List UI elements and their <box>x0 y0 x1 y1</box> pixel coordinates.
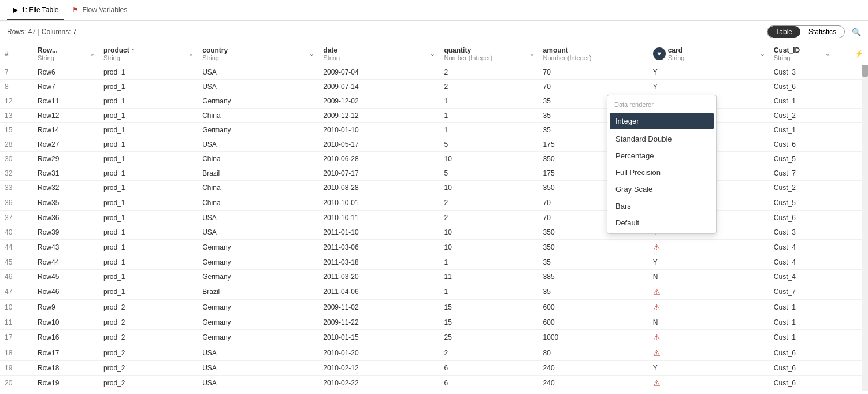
cell-quantity: 15 <box>439 315 538 330</box>
cell-date: 2011-03-18 <box>318 255 439 270</box>
cell-date: 2010-02-12 <box>318 361 439 376</box>
table-body: 7 Row6 prod_1 USA 2009-07-04 2 70 Y Cust… <box>0 65 868 391</box>
cell-card: Y <box>648 255 769 270</box>
cell-card: N <box>648 270 769 284</box>
dropdown-item-gray-scale[interactable]: Gray Scale <box>607 181 716 198</box>
cell-country: USA <box>198 80 318 94</box>
vertical-scrollbar[interactable] <box>862 43 868 391</box>
sort-card-icon[interactable]: ⌄ <box>760 51 765 57</box>
sort-rowid-icon[interactable]: ⌄ <box>90 51 94 57</box>
cell-amount: 35 <box>539 284 648 300</box>
cell-rownum: 18 <box>0 345 33 361</box>
cell-rownum: 44 <box>0 240 33 255</box>
dropdown-item-default[interactable]: Default <box>607 214 716 231</box>
cell-rowid: Row19 <box>33 376 99 391</box>
missing-value-icon: ⚠ <box>653 303 661 312</box>
cell-rowid: Row10 <box>33 315 99 330</box>
tab-file-table[interactable]: ▶ 1: File Table <box>7 0 64 20</box>
cell-custid: Cust_6 <box>769 345 868 361</box>
cell-rownum: 11 <box>0 315 33 330</box>
cell-date: 2010-05-17 <box>318 137 439 152</box>
cell-custid: Cust_5 <box>769 195 868 211</box>
cell-date: 2010-02-22 <box>318 376 439 391</box>
cell-quantity: 1 <box>439 255 538 270</box>
sort-country-icon[interactable]: ⌄ <box>309 51 314 57</box>
cell-custid: Cust_1 <box>769 300 868 315</box>
cell-card: ⚠ <box>648 345 769 361</box>
table-row: 28 Row27 prod_1 USA 2010-05-17 5 175 Y C… <box>0 137 868 152</box>
table-row: 30 Row29 prod_1 China 2010-06-28 10 350 … <box>0 152 868 166</box>
table-row: 44 Row43 prod_1 Germany 2011-03-06 10 35… <box>0 240 868 255</box>
cell-custid: Cust_4 <box>769 255 868 270</box>
dropdown-item-bars[interactable]: Bars <box>607 198 716 214</box>
cell-rownum: 15 <box>0 123 33 137</box>
cell-rowid: Row31 <box>33 166 99 181</box>
cell-rownum: 32 <box>0 166 33 181</box>
cell-country: USA <box>198 225 318 240</box>
missing-value-icon: ⚠ <box>653 287 661 296</box>
cell-amount: 70 <box>539 80 648 94</box>
cell-rownum: 12 <box>0 94 33 109</box>
table-row: 33 Row32 prod_1 China 2010-08-28 10 350 … <box>0 181 868 195</box>
table-row: 36 Row35 prod_1 China 2010-10-01 2 70 ⚠ … <box>0 195 868 211</box>
cell-card: Y <box>648 80 769 94</box>
tab-flow-variables[interactable]: ⚑ Flow Variables <box>66 0 133 20</box>
col-header-rownum: # <box>0 43 33 65</box>
missing-value-icon: ⚠ <box>653 378 661 388</box>
sort-quantity-icon[interactable]: ⌄ <box>529 51 534 57</box>
cell-amount: 600 <box>539 315 648 330</box>
view-statistics-button[interactable]: Statistics <box>800 26 844 38</box>
cell-quantity: 1 <box>439 123 538 137</box>
cell-date: 2009-12-02 <box>318 94 439 109</box>
cell-rowid: Row14 <box>33 123 99 137</box>
missing-value-icon: ⚠ <box>653 243 661 252</box>
cell-custid: Cust_6 <box>769 211 868 225</box>
cell-date: 2010-07-17 <box>318 166 439 181</box>
cell-custid: Cust_6 <box>769 137 868 152</box>
cell-rowid: Row39 <box>33 225 99 240</box>
cell-rownum: 47 <box>0 284 33 300</box>
cell-rownum: 36 <box>0 195 33 211</box>
cell-custid: Cust_3 <box>769 225 868 240</box>
cell-card: ⚠ <box>648 330 769 345</box>
dropdown-item-percentage[interactable]: Percentage <box>607 147 716 164</box>
cell-rownum: 13 <box>0 109 33 123</box>
sort-custid-icon[interactable]: ⌄ <box>825 51 830 57</box>
table-row: 46 Row45 prod_1 Germany 2011-03-20 11 38… <box>0 270 868 284</box>
search-button[interactable]: 🔍 <box>852 28 861 36</box>
cell-product: prod_1 <box>99 284 198 300</box>
card-renderer-button[interactable]: ▼ <box>653 47 666 60</box>
view-table-button[interactable]: Table <box>767 26 800 38</box>
cell-rownum: 8 <box>0 80 33 94</box>
cell-rownum: 37 <box>0 211 33 225</box>
cell-country: China <box>198 109 318 123</box>
cell-custid: Cust_6 <box>769 376 868 391</box>
cell-product: prod_2 <box>99 361 198 376</box>
cell-product: prod_2 <box>99 315 198 330</box>
cell-product: prod_1 <box>99 195 198 211</box>
cell-country: Germany <box>198 94 318 109</box>
cell-custid: Cust_6 <box>769 361 868 376</box>
dropdown-item-integer[interactable]: Integer <box>610 113 714 129</box>
cell-quantity: 10 <box>439 240 538 255</box>
cell-rownum: 40 <box>0 225 33 240</box>
dropdown-item-standard-double[interactable]: Standard Double <box>607 131 716 147</box>
cell-country: USA <box>198 211 318 225</box>
cell-quantity: 25 <box>439 330 538 345</box>
cell-date: 2010-06-28 <box>318 152 439 166</box>
cell-quantity: 5 <box>439 166 538 181</box>
sort-product-icon[interactable]: ⌄ <box>188 51 193 57</box>
cell-card: N <box>648 315 769 330</box>
table-container: # Row... String ⌄ product ↑ <box>0 43 868 391</box>
table-row: 11 Row10 prod_2 Germany 2009-11-22 15 60… <box>0 315 868 330</box>
cell-rowid: Row45 <box>33 270 99 284</box>
filter-icon[interactable]: ⚡ <box>855 50 863 58</box>
cell-amount: 35 <box>539 255 648 270</box>
cell-product: prod_1 <box>99 181 198 195</box>
sort-date-icon[interactable]: ⌄ <box>430 51 435 57</box>
cell-date: 2010-08-28 <box>318 181 439 195</box>
dropdown-item-full-precision[interactable]: Full Precision <box>607 164 716 181</box>
cell-rowid: Row32 <box>33 181 99 195</box>
cell-quantity: 2 <box>439 211 538 225</box>
cell-amount: 70 <box>539 65 648 80</box>
